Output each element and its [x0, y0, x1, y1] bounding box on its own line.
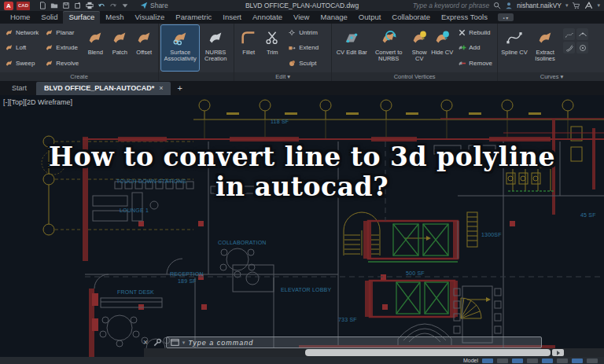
osnap-toggle-icon[interactable] — [542, 358, 553, 363]
polar-tracking-toggle-icon[interactable] — [527, 358, 538, 363]
model-space-button[interactable]: Model — [463, 358, 478, 363]
ribbon-tab-view[interactable]: View — [288, 11, 315, 24]
customize-wrench-icon[interactable] — [153, 338, 161, 347]
network-button[interactable]: Network — [2, 25, 41, 40]
app-store-cart-icon[interactable] — [572, 2, 580, 9]
project-curve-button[interactable] — [576, 42, 588, 53]
ribbon-tab-solid[interactable]: Solid — [35, 11, 63, 24]
ribbon-tab-collaborate[interactable]: Collaborate — [386, 11, 436, 24]
user-avatar-icon[interactable] — [505, 2, 513, 9]
user-menu-caret-icon[interactable]: ▾ — [565, 2, 569, 9]
ribbon-tab-home[interactable]: Home — [5, 11, 35, 24]
ribbon-display-options-button[interactable]: ▪ ▾ — [498, 13, 514, 21]
nurbs-creation-icon — [207, 29, 224, 46]
open-file-button[interactable] — [50, 2, 58, 9]
autodesk-menu-caret-icon[interactable]: ▾ — [597, 2, 600, 9]
scrollbar-thumb[interactable] — [305, 349, 551, 356]
scroll-right-arrow-icon[interactable] — [552, 349, 564, 356]
workspace-toggle-icon[interactable] — [572, 358, 583, 363]
cv-edit-bar-button[interactable]: CV Edit Bar — [334, 25, 369, 71]
patch-button[interactable]: Patch — [108, 25, 131, 71]
file-tab-active[interactable]: BLVD OFFICE_PLAN-AUTOCAD* × — [36, 82, 171, 95]
remove-button[interactable]: Remove — [455, 56, 495, 71]
panel-label[interactable] — [159, 72, 234, 81]
convert-to-nurbs-button[interactable]: Convert to NURBS — [370, 25, 407, 71]
planar-button[interactable]: Planar — [42, 25, 81, 40]
share-button[interactable]: Share — [140, 2, 168, 9]
sweep-button[interactable]: Sweep — [2, 56, 41, 71]
revolve-button[interactable]: Revolve — [42, 56, 81, 71]
ortho-toggle-icon[interactable] — [512, 358, 523, 363]
autocad-window: A CAD Share BLVD OFFICE_PLAN-AUTOCAD.dwg… — [0, 0, 604, 364]
autodesk-logo-icon[interactable] — [584, 2, 593, 9]
ribbon-tab-surface[interactable]: Surface — [63, 11, 100, 24]
panel-label[interactable]: Create — [0, 72, 158, 81]
fillet-button[interactable]: Fillet — [237, 25, 260, 71]
ribbon-tab-parametric[interactable]: Parametric — [170, 11, 217, 24]
panel-label[interactable]: Control Vertices — [332, 72, 497, 81]
untrim-button[interactable]: Untrim — [285, 25, 321, 40]
close-command-icon[interactable]: × — [143, 339, 148, 347]
offset-curve-button[interactable] — [563, 42, 575, 53]
blend-button[interactable]: Blend — [83, 25, 107, 71]
new-file-button[interactable] — [39, 2, 46, 9]
extrude-button[interactable]: Extrude — [42, 40, 81, 55]
nurbs-creation-button[interactable]: NURBS Creation — [200, 25, 231, 71]
annotation-scale-toggle-icon[interactable] — [557, 358, 568, 363]
room-label: 45 SF — [580, 212, 596, 218]
save-button[interactable] — [62, 2, 70, 9]
spline-freehand-button[interactable] — [563, 28, 575, 40]
command-menu-caret-icon[interactable]: ▾ — [182, 340, 186, 346]
grid-toggle-icon[interactable] — [482, 358, 493, 363]
add-button[interactable]: Add — [455, 40, 495, 55]
loft-label: Loft — [16, 44, 26, 51]
panel-label[interactable]: Edit ▾ — [234, 72, 331, 81]
autocad-logo-icon[interactable]: A — [4, 2, 13, 10]
snap-mode-toggle-icon[interactable] — [497, 358, 508, 363]
plot-button[interactable] — [86, 2, 94, 9]
ribbon-tab-mesh[interactable]: Mesh — [100, 11, 129, 24]
ribbon: NetworkLoftSweepPlanarExtrudeRevolveBlen… — [0, 24, 604, 81]
trim-button[interactable]: Trim — [261, 25, 283, 71]
extract-isolines-button[interactable]: Extract Isolines — [529, 25, 561, 71]
ribbon-tab-express-tools[interactable]: Express Tools — [436, 11, 493, 24]
loft-button[interactable]: Loft — [2, 40, 41, 55]
blend-curve-button[interactable] — [576, 28, 588, 40]
customize-dropdown-button[interactable] — [121, 2, 129, 9]
save-icon — [62, 2, 70, 9]
offset-button[interactable]: Offset — [132, 25, 156, 71]
undo-button[interactable] — [98, 2, 105, 9]
viewport-controls[interactable]: [-][Top][2D Wireframe] — [3, 98, 72, 106]
ribbon-tab-visualize[interactable]: Visualize — [129, 11, 170, 24]
search-input[interactable]: Type a keyword or phrase — [413, 2, 490, 9]
rebuild-button[interactable]: Rebuild — [455, 25, 495, 40]
username-label[interactable]: nishant.naikVY — [517, 2, 562, 9]
panel-label[interactable]: Curves ▾ — [498, 72, 604, 81]
redo-button[interactable] — [109, 2, 117, 9]
file-tab-start[interactable]: Start — [4, 82, 35, 95]
drawing-canvas[interactable]: 118 SFTOUCH DOWN STATIONSLOUNGE 1COLLABO… — [0, 95, 604, 357]
ribbon-tab-insert[interactable]: Insert — [217, 11, 247, 24]
room-label: FRONT DESK — [117, 289, 154, 295]
extend-button[interactable]: Extend — [285, 40, 321, 55]
show-cv-button[interactable]: Show CV — [408, 25, 430, 71]
ribbon-panel-edit: FilletTrimUntrimExtendSculptEdit ▾ — [234, 24, 332, 81]
room-label: LOUNGE 1 — [120, 208, 149, 213]
sculpt-button[interactable]: Sculpt — [285, 56, 321, 71]
isolate-objects-toggle-icon[interactable] — [587, 358, 598, 363]
new-tab-button[interactable]: + — [172, 83, 186, 95]
ribbon-tab-manage[interactable]: Manage — [315, 11, 352, 24]
spline-cv-button[interactable]: Spline CV — [500, 25, 528, 71]
ribbon-tab-output[interactable]: Output — [353, 11, 387, 24]
horizontal-scrollbar[interactable] — [144, 348, 604, 357]
close-tab-icon[interactable]: × — [159, 84, 163, 92]
search-icon[interactable] — [493, 2, 501, 9]
save-as-button[interactable] — [74, 2, 82, 9]
surface-associativity-button[interactable]: Surface Associativity — [161, 25, 199, 71]
untrim-label: Untrim — [299, 29, 318, 36]
command-line: × ▾ Type a command — [143, 336, 542, 349]
fillet-label: Fillet — [242, 50, 255, 56]
command-input[interactable]: ▾ Type a command — [166, 336, 542, 348]
hide-cv-button[interactable]: Hide CV — [431, 25, 453, 71]
ribbon-tab-annotate[interactable]: Annotate — [247, 11, 288, 24]
